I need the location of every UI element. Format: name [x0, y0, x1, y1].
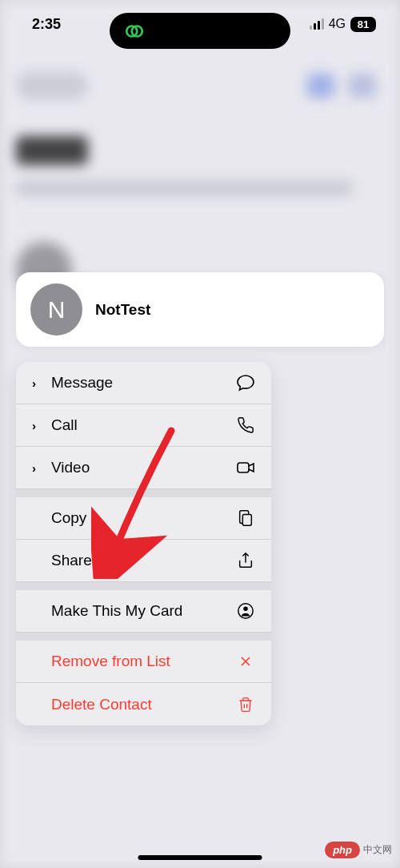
svg-rect-2: [238, 463, 249, 472]
menu-video[interactable]: › Video: [16, 447, 271, 489]
menu-remove-from-list[interactable]: › Remove from List: [16, 641, 271, 683]
menu-label: Copy: [51, 509, 86, 527]
menu-separator: [16, 582, 271, 590]
menu-label: Share: [51, 552, 92, 569]
phone-icon: [236, 416, 255, 435]
menu-separator: [16, 489, 271, 497]
home-indicator[interactable]: [138, 855, 262, 860]
menu-call[interactable]: › Call: [16, 404, 271, 447]
menu-label: Message: [51, 374, 113, 392]
message-icon: [236, 373, 255, 392]
link-icon: [122, 19, 146, 43]
status-time: 2:35: [32, 16, 61, 33]
video-icon: [236, 458, 255, 477]
menu-label: Make This My Card: [51, 602, 182, 620]
watermark-text: 中文网: [363, 843, 392, 857]
svg-rect-3: [242, 514, 251, 525]
signal-icon: [310, 18, 324, 30]
menu-make-my-card[interactable]: › Make This My Card: [16, 590, 271, 633]
person-circle-icon: [236, 601, 255, 621]
share-icon: [236, 551, 255, 570]
dynamic-island[interactable]: [110, 13, 290, 49]
context-menu: › Message › Call › Video: [16, 362, 271, 725]
contact-card[interactable]: N NotTest: [16, 272, 384, 347]
status-right: 4G 81: [310, 17, 376, 32]
menu-label: Remove from List: [51, 653, 170, 670]
menu-share[interactable]: › Share: [16, 540, 271, 582]
copy-icon: [236, 508, 255, 528]
watermark: php 中文网: [325, 842, 392, 858]
menu-delete-contact[interactable]: › Delete Contact: [16, 683, 271, 725]
avatar: N: [30, 283, 82, 336]
menu-message[interactable]: › Message: [16, 362, 271, 404]
menu-copy[interactable]: › Copy: [16, 497, 271, 540]
x-icon: [236, 652, 255, 671]
chevron-right-icon: ›: [32, 461, 42, 475]
menu-label: Delete Contact: [51, 696, 152, 713]
network-type: 4G: [329, 17, 346, 31]
status-bar: 2:35 4G 81: [0, 0, 400, 48]
menu-separator: [16, 633, 271, 641]
chevron-right-icon: ›: [32, 376, 42, 390]
watermark-badge: php: [325, 842, 360, 858]
trash-icon: [236, 695, 255, 714]
menu-label: Call: [51, 416, 78, 434]
contact-name: NotTest: [95, 301, 150, 319]
battery-indicator: 81: [350, 17, 376, 32]
chevron-right-icon: ›: [32, 419, 42, 432]
svg-point-5: [243, 607, 248, 612]
menu-label: Video: [51, 459, 90, 476]
